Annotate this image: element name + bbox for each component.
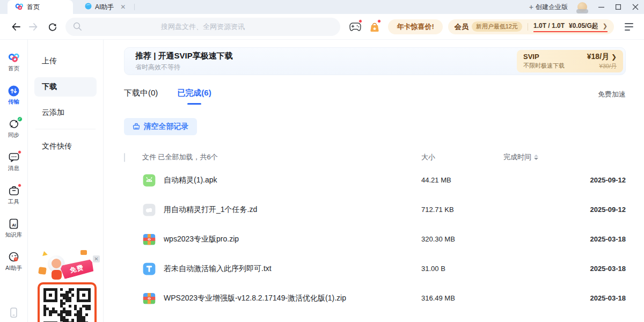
tab-ai-assistant[interactable]: AI助手 ✕ xyxy=(77,0,133,14)
subnav-item-upload[interactable]: 上传 xyxy=(34,52,97,71)
close-tab-icon[interactable]: ✕ xyxy=(120,3,126,11)
tab-home-label: 首页 xyxy=(27,3,40,12)
search-input[interactable] xyxy=(65,18,340,36)
file-column-header: 文件 已全部加载，共6个 xyxy=(142,152,421,162)
subnav-item-quick-transfer[interactable]: 文件快传 xyxy=(34,137,97,156)
svip-price: ¥18/月 xyxy=(587,52,609,61)
storage-price: ¥0.05/G起 xyxy=(569,21,598,31)
select-all-checkbox[interactable] xyxy=(124,153,125,162)
zip-file-icon xyxy=(142,291,156,305)
sync-ok-badge: ✓ xyxy=(17,116,23,122)
annual-card-promo-button[interactable]: 年卡惊喜价! xyxy=(388,19,442,34)
search-icon xyxy=(73,22,82,33)
promo-ad: ✕ 免费 xyxy=(30,259,101,322)
free-label: 免费 xyxy=(69,263,84,275)
apk-file-icon xyxy=(142,173,156,187)
sidebar-item-sync[interactable]: ✓ 同步 xyxy=(0,118,27,139)
sidebar-label: 首页 xyxy=(8,65,19,72)
sidebar-label: 消息 xyxy=(8,165,19,172)
sidebar-item-ai-assistant[interactable]: AI助手 xyxy=(0,251,27,272)
notification-dot xyxy=(358,19,362,23)
refresh-button[interactable] xyxy=(45,19,60,35)
chevron-right-icon: ❯ xyxy=(611,53,617,61)
netdisk-logo-icon xyxy=(15,3,24,12)
cloud-file-icon xyxy=(142,203,156,217)
forward-button[interactable] xyxy=(26,19,41,35)
sidebar-label: 传输 xyxy=(8,98,19,106)
time-column-header[interactable]: 完成时间 xyxy=(503,152,626,162)
size-column-header[interactable]: 大小 xyxy=(421,152,503,162)
notification-dot xyxy=(18,150,21,154)
create-enterprise-button[interactable]: + 创建企业版 xyxy=(525,3,572,12)
subnav-item-cloud-add[interactable]: 云添加 xyxy=(34,103,97,122)
close-window-button[interactable] xyxy=(627,0,644,14)
search-bar xyxy=(65,18,340,36)
sidebar-label: 同步 xyxy=(8,131,19,139)
mobile-device-icon[interactable] xyxy=(0,308,27,318)
maximize-button[interactable] xyxy=(610,0,627,14)
storage-quota: 1.0T / 1.0T xyxy=(533,22,565,30)
tab-downloading[interactable]: 下载中(0) xyxy=(124,88,158,105)
tab-home[interactable]: 首页 xyxy=(8,0,73,14)
svip-name: SVIP xyxy=(523,53,565,61)
tab-ai-label: AI助手 xyxy=(95,3,114,12)
sidebar-label: AI助手 xyxy=(5,265,22,272)
clear-button-label: 清空全部记录 xyxy=(144,122,189,131)
clear-all-records-button[interactable]: 清空全部记录 xyxy=(124,118,197,135)
qr-code xyxy=(38,282,97,322)
minimize-button[interactable] xyxy=(592,0,610,14)
txt-file-icon xyxy=(142,262,156,276)
plus-icon: + xyxy=(529,3,533,11)
table-header: 文件 已全部加载，共6个 大小 完成时间 xyxy=(124,149,626,165)
notification-dot xyxy=(377,19,381,23)
svg-text:AI: AI xyxy=(12,223,16,228)
menu-icon[interactable] xyxy=(621,19,636,35)
table-row[interactable]: 若未自动激活输入此序列即可.txt 31.00 B 2025-03-18 xyxy=(124,254,626,283)
close-ad-icon[interactable]: ✕ xyxy=(93,255,100,262)
sidebar-item-knowledge-base[interactable]: AI 知识库 xyxy=(0,218,27,239)
tab-completed[interactable]: 已完成(6) xyxy=(177,88,211,105)
subnav-item-download[interactable]: 下载 xyxy=(34,77,97,97)
svip-promo-banner: 推荐 | 开通SVIP享极速下载 省时高效不等待 SVIP 不限时极速下载 ¥1… xyxy=(124,47,626,75)
banner-title: 推荐 | 开通SVIP享极速下载 xyxy=(135,51,233,61)
toolbox-icon xyxy=(8,185,20,196)
svip-offer-card[interactable]: SVIP 不限时极速下载 ¥18/月 ❯ ¥30/月 xyxy=(517,50,623,72)
divider xyxy=(528,23,528,31)
message-icon xyxy=(8,151,20,163)
knowledge-base-icon: AI xyxy=(8,218,20,230)
zip-file-icon xyxy=(142,232,156,246)
gift-bag-icon[interactable] xyxy=(366,18,383,36)
storage-quota-button[interactable]: 1.0T / 1.0T ¥0.05/G起 ❯ xyxy=(533,21,608,32)
free-boost-link[interactable]: 免费加速 xyxy=(598,88,626,99)
table-row[interactable]: 用自动精灵打开_1个任务.zd 712.71 KB 2025-09-12 xyxy=(124,195,626,224)
netdisk-logo-icon xyxy=(8,52,20,63)
sort-icon[interactable] xyxy=(534,155,538,160)
banner-subtitle: 省时高效不等待 xyxy=(135,63,233,72)
chevron-right-icon: ❯ xyxy=(603,23,608,30)
ai-assistant-tab-icon xyxy=(85,3,92,11)
transfer-icon xyxy=(8,85,20,97)
decor-chat xyxy=(80,250,87,255)
member-pill: 会员 新用户最低12元 1.0T / 1.0T ¥0.05/G起 ❯ xyxy=(448,19,614,34)
table-row[interactable]: WPS2023专业增强版-v12.8.2.17149-激活优化版(1).zip … xyxy=(124,283,626,313)
ai-assistant-icon xyxy=(8,251,20,263)
sidebar-label: 工具 xyxy=(8,198,19,206)
notification-dot xyxy=(18,184,21,187)
avatar[interactable] xyxy=(577,2,587,12)
download-tabs: 下载中(0) 已完成(6) 免费加速 xyxy=(124,88,626,106)
tab-separator xyxy=(134,4,135,10)
table-row[interactable]: 自动精灵(1).apk 44.21 MB 2025-09-12 xyxy=(124,165,626,195)
sidebar-item-tools[interactable]: 工具 xyxy=(0,185,27,206)
table-row[interactable]: wps2023专业版pro.zip 320.30 MB 2025-03-18 xyxy=(124,224,626,254)
sidebar-item-transfer[interactable]: 传输 xyxy=(0,85,27,106)
games-icon[interactable] xyxy=(347,18,364,36)
back-button[interactable] xyxy=(9,19,24,35)
sidebar-item-home[interactable]: 首页 xyxy=(0,52,27,72)
download-manager-main: 推荐 | 开通SVIP享极速下载 省时高效不等待 SVIP 不限时极速下载 ¥1… xyxy=(104,40,644,322)
avatar-vip-badge xyxy=(576,9,588,13)
toolbar: 年卡惊喜价! 会员 新用户最低12元 1.0T / 1.0T ¥0.05/G起 … xyxy=(0,14,644,40)
decor-triangle xyxy=(41,251,48,256)
member-label[interactable]: 会员 xyxy=(455,22,469,32)
sync-icon: ✓ xyxy=(8,118,20,130)
sidebar-item-messages[interactable]: 消息 xyxy=(0,151,27,172)
